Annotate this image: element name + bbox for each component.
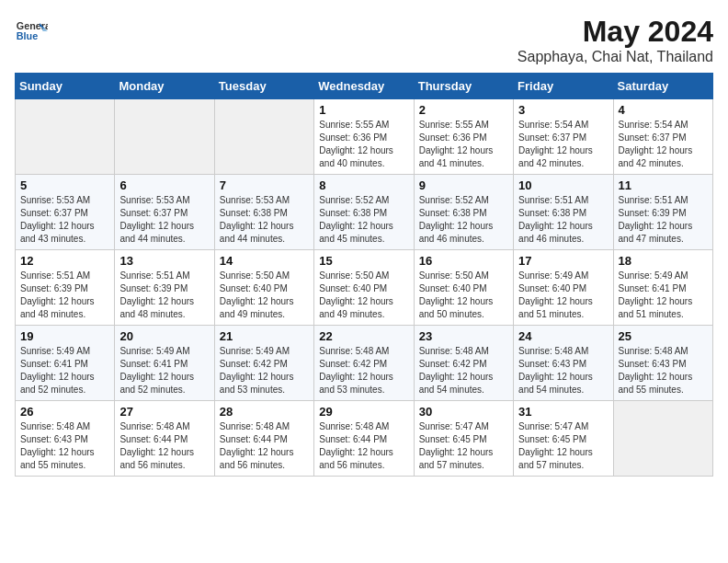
day-info: Sunrise: 5:47 AMSunset: 6:45 PMDaylight:… — [518, 421, 593, 470]
weekday-header-row: SundayMondayTuesdayWednesdayThursdayFrid… — [16, 74, 713, 99]
calendar-cell: 20 Sunrise: 5:49 AMSunset: 6:41 PMDaylig… — [115, 326, 214, 401]
calendar-week-row: 1 Sunrise: 5:55 AMSunset: 6:36 PMDayligh… — [16, 99, 713, 175]
calendar-cell: 28 Sunrise: 5:48 AMSunset: 6:44 PMDaylig… — [214, 401, 313, 477]
page-title: May 2024 — [518, 15, 713, 49]
day-number: 7 — [220, 178, 309, 192]
calendar-cell — [214, 99, 313, 175]
calendar-cell: 16 Sunrise: 5:50 AMSunset: 6:40 PMDaylig… — [414, 250, 513, 326]
weekday-header: Tuesday — [214, 74, 313, 99]
day-number: 9 — [419, 178, 508, 192]
day-number: 10 — [518, 178, 608, 192]
day-info: Sunrise: 5:51 AMSunset: 6:39 PMDaylight:… — [119, 270, 194, 319]
calendar-cell: 2 Sunrise: 5:55 AMSunset: 6:36 PMDayligh… — [414, 99, 513, 175]
day-info: Sunrise: 5:50 AMSunset: 6:40 PMDaylight:… — [319, 270, 393, 319]
calendar-week-row: 19 Sunrise: 5:49 AMSunset: 6:41 PMDaylig… — [16, 326, 713, 401]
calendar-cell: 19 Sunrise: 5:49 AMSunset: 6:41 PMDaylig… — [16, 326, 115, 401]
day-number: 23 — [419, 329, 508, 343]
day-info: Sunrise: 5:53 AMSunset: 6:37 PMDaylight:… — [119, 195, 194, 244]
calendar-table: SundayMondayTuesdayWednesdayThursdayFrid… — [15, 73, 713, 477]
day-number: 21 — [220, 329, 309, 343]
day-number: 15 — [319, 254, 408, 268]
day-number: 12 — [20, 254, 109, 268]
day-info: Sunrise: 5:52 AMSunset: 6:38 PMDaylight:… — [319, 195, 393, 244]
calendar-cell: 9 Sunrise: 5:52 AMSunset: 6:38 PMDayligh… — [414, 175, 513, 250]
calendar-cell: 23 Sunrise: 5:48 AMSunset: 6:42 PMDaylig… — [414, 326, 513, 401]
day-number: 1 — [319, 103, 408, 117]
day-number: 28 — [220, 405, 309, 419]
day-info: Sunrise: 5:51 AMSunset: 6:39 PMDaylight:… — [619, 195, 693, 244]
day-number: 31 — [518, 405, 608, 419]
calendar-cell: 24 Sunrise: 5:48 AMSunset: 6:43 PMDaylig… — [514, 326, 613, 401]
calendar-cell: 22 Sunrise: 5:48 AMSunset: 6:42 PMDaylig… — [314, 326, 414, 401]
weekday-header: Thursday — [414, 74, 513, 99]
day-info: Sunrise: 5:53 AMSunset: 6:38 PMDaylight:… — [220, 195, 294, 244]
title-block: May 2024 Sapphaya, Chai Nat, Thailand — [518, 15, 713, 65]
calendar-cell: 11 Sunrise: 5:51 AMSunset: 6:39 PMDaylig… — [613, 175, 712, 250]
weekday-header: Monday — [115, 74, 214, 99]
day-number: 17 — [518, 254, 608, 268]
day-number: 24 — [518, 329, 608, 343]
calendar-cell: 15 Sunrise: 5:50 AMSunset: 6:40 PMDaylig… — [314, 250, 414, 326]
day-number: 26 — [20, 405, 109, 419]
calendar-week-row: 26 Sunrise: 5:48 AMSunset: 6:43 PMDaylig… — [16, 401, 713, 477]
calendar-cell: 21 Sunrise: 5:49 AMSunset: 6:42 PMDaylig… — [214, 326, 313, 401]
calendar-week-row: 5 Sunrise: 5:53 AMSunset: 6:37 PMDayligh… — [16, 175, 713, 250]
day-number: 13 — [119, 254, 209, 268]
calendar-cell: 4 Sunrise: 5:54 AMSunset: 6:37 PMDayligh… — [613, 99, 712, 175]
day-number: 27 — [119, 405, 209, 419]
calendar-cell: 3 Sunrise: 5:54 AMSunset: 6:37 PMDayligh… — [514, 99, 613, 175]
day-number: 6 — [119, 178, 209, 192]
calendar-cell: 30 Sunrise: 5:47 AMSunset: 6:45 PMDaylig… — [414, 401, 513, 477]
calendar-cell: 14 Sunrise: 5:50 AMSunset: 6:40 PMDaylig… — [214, 250, 313, 326]
day-info: Sunrise: 5:48 AMSunset: 6:44 PMDaylight:… — [119, 421, 194, 470]
day-info: Sunrise: 5:55 AMSunset: 6:36 PMDaylight:… — [419, 120, 494, 168]
calendar-cell: 25 Sunrise: 5:48 AMSunset: 6:43 PMDaylig… — [613, 326, 712, 401]
calendar-cell: 26 Sunrise: 5:48 AMSunset: 6:43 PMDaylig… — [16, 401, 115, 477]
day-info: Sunrise: 5:49 AMSunset: 6:41 PMDaylight:… — [619, 270, 693, 319]
day-info: Sunrise: 5:48 AMSunset: 6:43 PMDaylight:… — [518, 346, 593, 395]
day-info: Sunrise: 5:54 AMSunset: 6:37 PMDaylight:… — [619, 120, 693, 168]
day-number: 5 — [20, 178, 109, 192]
day-number: 30 — [419, 405, 508, 419]
calendar-cell: 5 Sunrise: 5:53 AMSunset: 6:37 PMDayligh… — [16, 175, 115, 250]
calendar-cell: 1 Sunrise: 5:55 AMSunset: 6:36 PMDayligh… — [314, 99, 414, 175]
day-number: 8 — [319, 178, 408, 192]
calendar-cell: 17 Sunrise: 5:49 AMSunset: 6:40 PMDaylig… — [514, 250, 613, 326]
day-info: Sunrise: 5:48 AMSunset: 6:42 PMDaylight:… — [419, 346, 494, 395]
calendar-cell — [115, 99, 214, 175]
day-number: 22 — [319, 329, 408, 343]
calendar-week-row: 12 Sunrise: 5:51 AMSunset: 6:39 PMDaylig… — [16, 250, 713, 326]
logo: General Blue — [15, 15, 48, 48]
weekday-header: Saturday — [613, 74, 712, 99]
day-number: 4 — [619, 103, 708, 117]
day-number: 3 — [518, 103, 608, 117]
weekday-header: Sunday — [16, 74, 115, 99]
day-info: Sunrise: 5:53 AMSunset: 6:37 PMDaylight:… — [20, 195, 95, 244]
day-info: Sunrise: 5:51 AMSunset: 6:39 PMDaylight:… — [20, 270, 95, 319]
day-info: Sunrise: 5:48 AMSunset: 6:42 PMDaylight:… — [319, 346, 393, 395]
day-info: Sunrise: 5:49 AMSunset: 6:42 PMDaylight:… — [220, 346, 294, 395]
day-number: 25 — [619, 329, 708, 343]
calendar-cell — [16, 99, 115, 175]
weekday-header: Wednesday — [314, 74, 414, 99]
day-info: Sunrise: 5:48 AMSunset: 6:44 PMDaylight:… — [319, 421, 393, 470]
day-number: 19 — [20, 329, 109, 343]
day-info: Sunrise: 5:49 AMSunset: 6:40 PMDaylight:… — [518, 270, 593, 319]
day-info: Sunrise: 5:50 AMSunset: 6:40 PMDaylight:… — [419, 270, 494, 319]
day-info: Sunrise: 5:54 AMSunset: 6:37 PMDaylight:… — [518, 120, 593, 168]
day-info: Sunrise: 5:50 AMSunset: 6:40 PMDaylight:… — [220, 270, 294, 319]
day-number: 14 — [220, 254, 309, 268]
day-info: Sunrise: 5:52 AMSunset: 6:38 PMDaylight:… — [419, 195, 494, 244]
day-info: Sunrise: 5:49 AMSunset: 6:41 PMDaylight:… — [20, 346, 95, 395]
page-header: General Blue May 2024 Sapphaya, Chai Nat… — [15, 15, 713, 65]
svg-text:Blue: Blue — [17, 30, 38, 41]
day-info: Sunrise: 5:49 AMSunset: 6:41 PMDaylight:… — [119, 346, 194, 395]
calendar-cell: 13 Sunrise: 5:51 AMSunset: 6:39 PMDaylig… — [115, 250, 214, 326]
day-number: 16 — [419, 254, 508, 268]
logo-icon: General Blue — [15, 15, 48, 48]
day-info: Sunrise: 5:47 AMSunset: 6:45 PMDaylight:… — [419, 421, 494, 470]
day-number: 2 — [419, 103, 508, 117]
day-info: Sunrise: 5:51 AMSunset: 6:38 PMDaylight:… — [518, 195, 593, 244]
day-number: 29 — [319, 405, 408, 419]
day-info: Sunrise: 5:48 AMSunset: 6:43 PMDaylight:… — [619, 346, 693, 395]
